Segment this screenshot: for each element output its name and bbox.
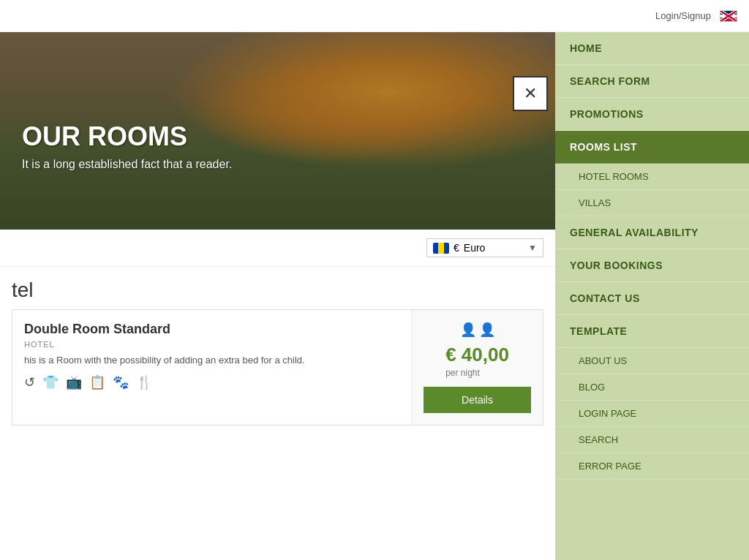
person-icon-2: 👤 [479,322,495,338]
sidebar-subitem-blog[interactable]: BLOG [555,374,749,401]
room-price: € 40,00 [445,344,509,366]
person-icons: 👤 👤 [460,322,495,338]
sidebar-item-search-form[interactable]: SEARCH FORM [555,65,749,98]
room-title: Double Room Standard [24,322,399,337]
sidebar-subitem-search[interactable]: SEARCH [555,427,749,453]
currency-symbol: € [453,242,459,254]
amenity-icons: ↺ 👕 📺 📋 🐾 🍴 [24,374,399,390]
room-card: Double Room Standard HOTEL his is a Room… [12,309,543,425]
currency-bar: € Euro ▼ [0,230,555,267]
sidebar-item-your-bookings[interactable]: YOUR BOOKINGS [555,249,749,282]
sidebar-subitem-villas[interactable]: VILLAS [555,190,749,216]
amenity-hanger-icon: 👕 [42,374,59,390]
sidebar-item-rooms-list[interactable]: ROOMS LIST [555,131,749,164]
sidebar-item-contact-us[interactable]: CONTACT US [555,282,749,315]
room-description: his is a Room with the possibility of ad… [24,355,399,366]
currency-selector[interactable]: € Euro ▼ [426,238,543,257]
sidebar-item-template[interactable]: TEMPLATE [555,315,749,348]
sidebar-subitem-error-page[interactable]: ERROR PAGE [555,453,749,480]
sidebar-item-general-availability[interactable]: GENERAL AVAILABILITY [555,216,749,249]
amenity-tv-icon: 📺 [66,374,82,390]
top-bar: Login/Signup [0,0,749,32]
room-label: HOTEL [24,340,399,349]
per-night-label: per night [445,368,509,378]
room-info: Double Room Standard HOTEL his is a Room… [12,310,411,425]
main-layout: OUR ROOMS It is a long established fact … [0,32,749,560]
hero-title: OUR ROOMS [22,121,232,152]
login-signup-link[interactable]: Login/Signup [655,10,711,21]
hotel-name: tel [0,279,555,302]
amenity-document-icon: 📋 [89,374,105,390]
amenity-food-icon: 🍴 [136,374,152,390]
top-bar-right: Login/Signup [655,10,737,22]
close-button[interactable]: ✕ [513,76,548,111]
language-flag-icon[interactable] [720,10,737,22]
left-content: OUR ROOMS It is a long established fact … [0,32,555,560]
sidebar-subitem-about-us[interactable]: ABOUT US [555,348,749,374]
amenity-pet-icon: 🐾 [113,374,129,390]
details-button[interactable]: Details [424,387,531,413]
sidebar: HOME SEARCH FORM PROMOTIONS ROOMS LIST H… [555,32,749,560]
hero-text: OUR ROOMS It is a long established fact … [22,121,232,171]
sidebar-item-home[interactable]: HOME [555,32,749,65]
room-card-right: 👤 👤 € 40,00 per night Details [411,310,543,425]
currency-name: Euro [464,242,486,254]
sidebar-subitem-hotel-rooms[interactable]: HOTEL ROOMS [555,164,749,190]
amenity-wifi-icon: ↺ [24,374,35,390]
hero-subtitle: It is a long established fact that a rea… [22,158,232,171]
currency-flag-icon [433,243,449,254]
person-icon-1: 👤 [460,322,476,338]
sidebar-subitem-login-page[interactable]: LOGIN PAGE [555,401,749,427]
chevron-down-icon: ▼ [528,243,537,253]
hero-section: OUR ROOMS It is a long established fact … [0,32,555,230]
hotel-section: tel [0,267,555,302]
sidebar-item-promotions[interactable]: PROMOTIONS [555,98,749,131]
